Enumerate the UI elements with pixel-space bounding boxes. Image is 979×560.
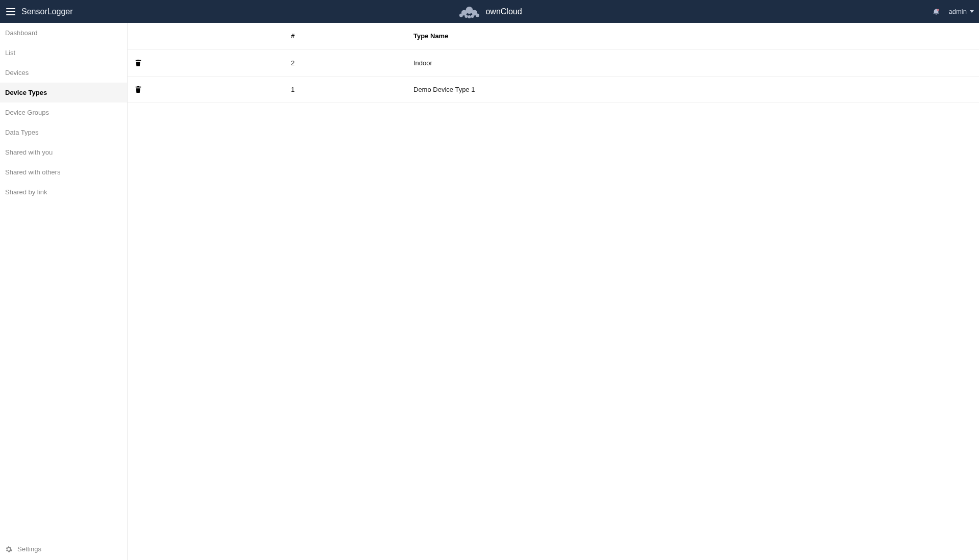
- trash-icon[interactable]: [135, 59, 291, 66]
- cell-name: Demo Device Type 1: [413, 76, 979, 103]
- table-row[interactable]: 1 Demo Device Type 1: [128, 76, 979, 103]
- svg-point-4: [476, 13, 479, 17]
- trash-icon[interactable]: [135, 86, 291, 93]
- user-menu-label: admin: [949, 8, 967, 15]
- sidebar-item-data-types[interactable]: Data Types: [0, 122, 127, 142]
- content: # Type Name 2 Indoor: [128, 23, 979, 560]
- cell-name: Indoor: [413, 49, 979, 76]
- header-right: admin: [933, 8, 974, 15]
- app-title[interactable]: SensorLogger: [21, 7, 73, 16]
- svg-point-7: [468, 15, 471, 18]
- header-brand[interactable]: ownCloud: [457, 5, 522, 18]
- sidebar-nav: Dashboard List Devices Device Types Devi…: [0, 23, 127, 202]
- svg-point-3: [459, 13, 463, 17]
- table-header-id[interactable]: #: [291, 23, 413, 49]
- brand-text: ownCloud: [485, 7, 522, 16]
- sidebar-item-device-types[interactable]: Device Types: [0, 83, 127, 103]
- svg-point-6: [471, 15, 474, 18]
- svg-point-5: [464, 15, 468, 18]
- sidebar: Dashboard List Devices Device Types Devi…: [0, 23, 128, 560]
- caret-down-icon: [970, 10, 974, 13]
- app-body: Dashboard List Devices Device Types Devi…: [0, 23, 979, 560]
- owncloud-logo-icon: [457, 5, 481, 18]
- svg-point-8: [937, 9, 939, 11]
- sidebar-settings[interactable]: Settings: [0, 539, 127, 560]
- table-header-name[interactable]: Type Name: [413, 23, 979, 49]
- user-menu[interactable]: admin: [949, 8, 974, 15]
- table-header-actions: [128, 23, 291, 49]
- sidebar-settings-label: Settings: [17, 545, 41, 553]
- sidebar-item-shared-with-you[interactable]: Shared with you: [0, 142, 127, 162]
- device-types-table: # Type Name 2 Indoor: [128, 23, 979, 103]
- table-header-row: # Type Name: [128, 23, 979, 49]
- sidebar-item-list[interactable]: List: [0, 43, 127, 63]
- sidebar-item-shared-with-others[interactable]: Shared with others: [0, 162, 127, 182]
- cell-id: 2: [291, 49, 413, 76]
- table-row[interactable]: 2 Indoor: [128, 49, 979, 76]
- notifications-icon[interactable]: [933, 8, 940, 15]
- sidebar-item-dashboard[interactable]: Dashboard: [0, 23, 127, 43]
- sidebar-item-devices[interactable]: Devices: [0, 63, 127, 83]
- sidebar-item-device-groups[interactable]: Device Groups: [0, 103, 127, 122]
- sidebar-item-shared-by-link[interactable]: Shared by link: [0, 182, 127, 202]
- cell-id: 1: [291, 76, 413, 103]
- header-left: SensorLogger: [5, 7, 73, 16]
- hamburger-icon[interactable]: [6, 8, 15, 15]
- gear-icon: [5, 546, 12, 553]
- app-header: SensorLogger ownCloud admi: [0, 0, 979, 23]
